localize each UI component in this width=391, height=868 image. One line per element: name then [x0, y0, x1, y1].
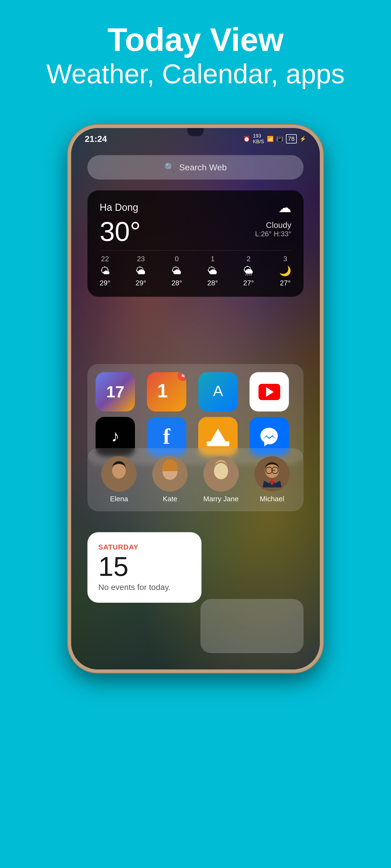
contact-name-kate: Kate: [163, 495, 177, 503]
contact-avatar-marryjane: [203, 456, 239, 492]
tiktok-icon: ♪: [105, 426, 126, 447]
play-icon: [266, 387, 274, 397]
contact-avatar-michael: [254, 456, 290, 492]
app-calendar[interactable]: 17: [95, 372, 135, 411]
camera-notch: [187, 128, 204, 136]
page-title-line1: Today View: [0, 22, 391, 58]
data-speed: 193KB/S: [253, 133, 264, 145]
weather-forecast: 22 🌤 29° 23 🌥 29° 0 🌥 28° 1 🌥 28: [100, 250, 291, 287]
alarm-icon: ⏰: [243, 135, 250, 142]
contact-name-michael: Michael: [260, 495, 284, 503]
youtube-icon: [258, 384, 280, 400]
forecast-day-2: 0 🌥 28°: [171, 255, 182, 287]
elena-portrait: [101, 456, 137, 492]
volume-up-button: [68, 209, 70, 231]
wifi-icon: 📶: [267, 135, 274, 142]
marryjane-portrait: [203, 456, 239, 492]
search-bar[interactable]: 🔍 Search Web: [87, 155, 304, 180]
search-placeholder: Search Web: [179, 162, 227, 173]
messenger-icon: [258, 425, 281, 448]
contact-marryjane[interactable]: Marry Jane: [198, 456, 245, 503]
app-appstore[interactable]: A: [198, 372, 238, 411]
volume-down-button: [68, 242, 70, 264]
forecast-day-0: 22 🌤 29°: [100, 255, 110, 287]
calendar-date: 15: [98, 553, 191, 580]
power-button: [321, 237, 323, 269]
forecast-day-4: 2 🌦 27°: [243, 255, 254, 287]
forecast-day-3: 1 🌥 28°: [207, 255, 218, 287]
appstore-icon: A: [207, 381, 229, 403]
weather-condition-text: Cloudy: [255, 220, 291, 230]
weather-widget[interactable]: Ha Dong ☁ 30° Cloudy L:26° H:33° 22 🌤 29…: [87, 190, 304, 297]
contacts-grid: Elena Kate: [95, 456, 296, 503]
calendar-widget[interactable]: SATURDAY 15 No events for today.: [87, 532, 201, 603]
app-badge: 4: [177, 372, 186, 381]
contact-avatar-kate: [152, 456, 188, 492]
signal-icon: 📳: [276, 135, 283, 142]
contact-kate[interactable]: Kate: [147, 456, 194, 503]
facebook-icon: f: [163, 424, 170, 449]
contact-avatar-elena: [101, 456, 137, 492]
svg-point-11: [214, 463, 228, 479]
weather-icon: ☁: [278, 200, 291, 215]
forecast-day-5: 3 🌙 27°: [279, 255, 291, 287]
svg-text:A: A: [213, 382, 223, 399]
svg-rect-18: [271, 479, 273, 485]
status-time: 21:24: [85, 134, 107, 144]
search-icon: 🔍: [164, 162, 175, 173]
weather-temperature: 30°: [100, 218, 141, 245]
calendar-date-number: 17: [106, 382, 124, 401]
calendar-day-label: SATURDAY: [98, 543, 191, 552]
page-header: Today View Weather, Calendar, apps: [0, 0, 391, 90]
app-youtube[interactable]: [250, 372, 289, 411]
status-icons: ⏰ 193KB/S 📶 📳 78 ⚡: [243, 133, 306, 145]
contact-elena[interactable]: Elena: [95, 456, 143, 503]
apps-grid: 17 1 4 A: [95, 372, 296, 456]
calendar-no-events: No events for today.: [98, 583, 191, 592]
forecast-day-1: 23 🌥 29°: [136, 255, 146, 287]
svg-text:♪: ♪: [111, 427, 119, 445]
svg-text:1: 1: [157, 380, 168, 401]
phone-frame: 21:24 ⏰ 193KB/S 📶 📳 78 ⚡ 🔍 Search Web Ha…: [68, 125, 323, 673]
contact-name-elena: Elena: [110, 495, 128, 503]
weather-location: Ha Dong: [100, 202, 138, 213]
vlc-icon: [208, 429, 227, 445]
michael-portrait: [254, 456, 290, 492]
onepassword-icon: 1: [155, 380, 179, 404]
second-calendar-widget-hint: [200, 599, 304, 653]
contact-michael[interactable]: Michael: [248, 456, 296, 503]
battery-label: 78: [286, 134, 297, 144]
charging-icon: ⚡: [300, 135, 306, 142]
phone-screen: 21:24 ⏰ 193KB/S 📶 📳 78 ⚡ 🔍 Search Web Ha…: [71, 128, 320, 670]
contacts-widget: Elena Kate: [87, 448, 304, 511]
contact-name-marryjane: Marry Jane: [203, 495, 239, 503]
kate-portrait: [152, 456, 188, 492]
app-1password[interactable]: 1 4: [147, 372, 186, 411]
weather-hi-lo: L:26° H:33°: [255, 230, 291, 238]
page-title-line2: Weather, Calendar, apps: [0, 58, 391, 90]
